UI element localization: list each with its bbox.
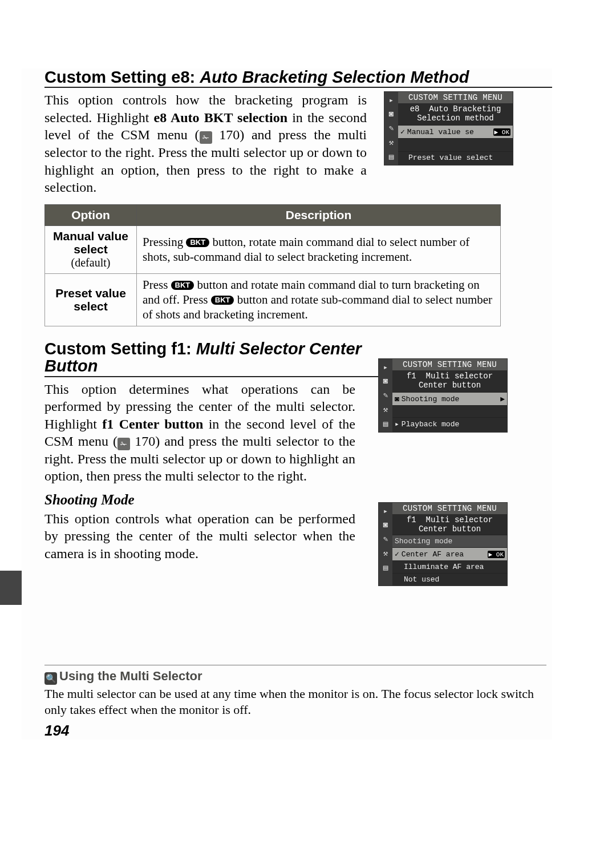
bkt-icon: BKT <box>186 238 209 247</box>
lcd-row3-text: Not used <box>404 575 439 584</box>
lcd-heading-l1: Auto Bracketing <box>429 104 501 114</box>
lcd-row2: ▸ Playback mode <box>392 417 507 430</box>
lcd-title: CUSTOM SETTING MENU <box>398 92 513 103</box>
play-icon: ▸ <box>389 95 394 105</box>
page-ref-icon: ✁ <box>117 438 130 450</box>
lcd-row2: Preset value select <box>398 151 513 164</box>
th-description: Description <box>137 204 501 225</box>
lcd-icon-strip: ▸ ◙ ✎ ⚒ ▤ <box>379 503 392 585</box>
play-icon: ▸ <box>383 362 388 372</box>
lcd-heading-l2: Center button <box>419 381 481 390</box>
lcd-heading-l1: Multi selector <box>426 515 493 524</box>
lcd-heading: f1 Multi selector Center button <box>392 370 507 392</box>
tip-body: The multi selector can be used at any ti… <box>44 686 546 717</box>
table-row: Preset value select Press BKT button and… <box>45 273 501 326</box>
lcd-title: CUSTOM SETTING MENU <box>392 359 507 370</box>
para-f1-bold: f1 Center button <box>102 417 203 431</box>
desc2-before: Press <box>143 278 171 292</box>
heading-f1: Custom Setting f1: Multi Selector Center… <box>44 340 387 377</box>
tip-title: 🔍Using the Multi Selector <box>44 665 546 685</box>
wrench-icon: ⚒ <box>383 405 388 414</box>
page-ref-icon: ✁ <box>200 131 212 144</box>
lcd-heading-num: f1 <box>407 371 416 381</box>
lcd-row-spacer <box>398 138 513 151</box>
ok-badge: OK <box>488 551 505 558</box>
bkt-icon: BKT <box>211 296 234 305</box>
lcd-heading: f1 Multi selector Center button <box>392 514 507 535</box>
lcd-heading: e8 Auto Bracketing Selection method <box>398 103 513 125</box>
heading-e8: Custom Setting e8: Auto Bracketing Selec… <box>44 68 552 88</box>
heading-f1-prefix: Custom Setting f1: <box>44 340 196 358</box>
lcd-screenshot-f1: ▸ ◙ ✎ ⚒ ▤ CUSTOM SETTING MENU f1 Multi s… <box>378 358 508 433</box>
lcd-heading-l2: Center button <box>419 524 481 534</box>
check-icon: ✓ <box>400 127 405 136</box>
para-f1-pageref: 170 <box>135 434 155 449</box>
lcd-row2-text: Illuminate AF area <box>404 563 484 571</box>
lcd-row-selected: ✓ Center AF area OK <box>392 547 507 560</box>
side-color-block <box>0 571 22 605</box>
tip-title-text: Using the Multi Selector <box>59 669 202 683</box>
lcd-icon-strip: ▸ ◙ ✎ ⚒ ▤ <box>384 92 398 165</box>
lcd-heading-l2: Selection method <box>417 114 493 123</box>
option2-bold: Preset value select <box>51 286 131 313</box>
lcd-sub-text: Shooting mode <box>395 537 452 546</box>
lcd-heading-l1: Multi selector <box>426 371 493 381</box>
lcd-heading-num: e8 <box>410 104 420 114</box>
option1-def: (default) <box>51 256 131 270</box>
lcd-sub-title: Shooting mode <box>392 535 507 547</box>
lcd-screenshot-f1b: ▸ ◙ ✎ ⚒ ▤ CUSTOM SETTING MENU f1 Multi s… <box>378 502 508 586</box>
pencil-icon: ✎ <box>383 534 388 544</box>
arrow-icon: ▶ <box>500 394 505 403</box>
lcd-row-selected: ✓ Manual value se OK <box>398 125 513 138</box>
wrench-icon: ⚒ <box>383 548 388 558</box>
para-e8-pageref: 170 <box>219 127 240 142</box>
option-cell-1: Manual value select (default) <box>45 225 137 273</box>
desc-cell-1: Pressing BKT button, rotate main command… <box>137 225 501 273</box>
camera-icon: ◙ <box>389 110 394 119</box>
lcd-row2-text: Playback mode <box>402 420 459 429</box>
magnifier-icon: 🔍 <box>44 672 57 685</box>
tip-box: 🔍Using the Multi Selector The multi sele… <box>44 665 546 740</box>
option-cell-2: Preset value select <box>45 273 137 326</box>
play-icon: ▸ <box>395 419 399 429</box>
lcd-heading-num: f1 <box>407 515 416 524</box>
pencil-icon: ✎ <box>389 123 394 133</box>
para-e8: This option controls how the bracketing … <box>44 91 367 196</box>
check-icon: ✓ <box>395 550 399 559</box>
ok-badge: OK <box>493 128 510 136</box>
lcd-screenshot-e8: ▸ ◙ ✎ ⚒ ▤ CUSTOM SETTING MENU e8 Auto Br… <box>384 91 513 165</box>
options-table: Option Description Manual value select (… <box>44 204 501 326</box>
card-icon: ▤ <box>383 563 388 572</box>
heading-e8-italic: Auto Bracketing Selection Method <box>200 68 469 86</box>
desc1-before: Pressing <box>143 235 186 249</box>
lcd-row3: Not used <box>392 573 507 585</box>
lcd-row2-text: Preset value select <box>408 154 493 162</box>
camera-icon: ◙ <box>383 520 388 530</box>
para-e8-bold: e8 Auto BKT selection <box>154 110 288 125</box>
camera-icon: ◙ <box>383 377 388 386</box>
para-f1: This option determines what operations c… <box>44 381 355 485</box>
play-icon: ▸ <box>383 506 388 516</box>
lcd-row1-text: Center AF area <box>402 550 464 559</box>
lcd-row-spacer <box>392 405 507 417</box>
lcd-icon-strip: ▸ ◙ ✎ ⚒ ▤ <box>379 359 392 432</box>
page-number: 194 <box>44 722 546 740</box>
para-shooting-mode: This option controls what operation can … <box>44 510 355 562</box>
lcd-title: CUSTOM SETTING MENU <box>392 503 507 514</box>
pencil-icon: ✎ <box>383 390 388 400</box>
camera-icon: ◙ <box>395 395 399 403</box>
lcd-row-selected: ◙ Shooting mode ▶ <box>392 392 507 405</box>
table-row: Manual value select (default) Pressing B… <box>45 225 501 273</box>
lcd-row1-text: Shooting mode <box>402 395 459 403</box>
th-option: Option <box>45 204 137 225</box>
card-icon: ▤ <box>389 152 394 161</box>
heading-e8-prefix: Custom Setting e8: <box>44 68 200 86</box>
desc-cell-2: Press BKT button and rotate main command… <box>137 273 501 326</box>
wrench-icon: ⚒ <box>389 138 394 147</box>
lcd-row1-text: Manual value se <box>407 128 474 136</box>
bkt-icon: BKT <box>171 281 194 290</box>
lcd-row2: Illuminate AF area <box>392 560 507 573</box>
card-icon: ▤ <box>383 419 388 429</box>
option1-bold: Manual value select <box>51 229 131 256</box>
